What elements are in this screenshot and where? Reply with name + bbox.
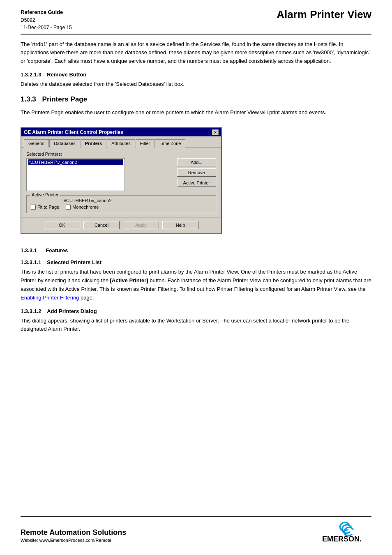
heading-1331-num: 1.3.3.1	[21, 247, 37, 253]
tab-filter[interactable]: Filter	[136, 139, 154, 147]
help-button[interactable]: Help	[162, 221, 198, 229]
section-13311-body: This is the list of printers that have b…	[21, 268, 371, 302]
tab-timezone[interactable]: Time Zone	[155, 139, 185, 147]
heading-1321-num: 1.3.2.1.3	[21, 71, 42, 78]
svg-text:EMERSON.: EMERSON.	[322, 535, 362, 543]
body-text-3: page.	[79, 295, 94, 301]
tab-attributes[interactable]: Attributes	[107, 139, 135, 147]
printer-list-item[interactable]: \\CUTHBERT\v_canon2	[28, 159, 123, 165]
page-header: Reference Guide D5092 11-Dec-2007 - Page…	[21, 8, 371, 35]
company-name: Remote Automation Solutions	[21, 528, 126, 537]
active-printer-group: Active Printer \\CUTHBERT\v_canon2 Fit t…	[26, 195, 216, 213]
dialog-footer: OK Cancel Apply Help	[21, 217, 221, 233]
tab-printers[interactable]: Printers	[81, 139, 107, 147]
heading-133-num: 1.3.3	[21, 95, 36, 103]
remove-printer-button[interactable]: Remove	[177, 168, 216, 177]
ok-button[interactable]: OK	[44, 221, 80, 229]
dialog-wrapper: OE Alarm Printer Client Control Properti…	[21, 127, 222, 234]
section-133-intro: The Printers Page enables the user to co…	[21, 108, 371, 117]
section-13312-body: This dialog appears, showing a list of p…	[21, 317, 371, 334]
ref-guide-title: Reference Guide	[21, 8, 72, 16]
selected-printers-label: Selected Printers:	[26, 152, 216, 157]
heading-13312: 1.3.3.1.2 Add Printers Dialog	[21, 308, 371, 314]
heading-13311-num: 1.3.3.1.1	[21, 259, 42, 265]
printer-options-row: Fit to Page Monochrome	[31, 205, 212, 210]
website-url: www.EmersonProcess.com/Remote	[39, 538, 111, 543]
emerson-logo: EMERSON.	[322, 520, 371, 543]
heading-133: 1.3.3 Printers Page	[21, 95, 371, 105]
monochrome-option[interactable]: Monochrome	[66, 205, 99, 210]
dialog-content: Selected Printers: \\CUTHBERT\v_canon2 A…	[21, 147, 221, 217]
heading-13311-title: Selected Printers List	[47, 259, 101, 265]
section-1321-body: Deletes the database selected from the '…	[21, 80, 371, 89]
page-footer: Remote Automation Solutions Website: www…	[21, 516, 371, 543]
monochrome-label: Monochrome	[72, 205, 99, 210]
dialog-titlebar: OE Alarm Printer Client Control Properti…	[21, 128, 221, 136]
heading-1321: 1.3.2.1.3 Remove Button	[21, 71, 371, 78]
footer-website: Website: www.EmersonProcess.com/Remote	[21, 538, 126, 543]
heading-13312-title: Add Printers Dialog	[47, 308, 97, 314]
active-printer-value: \\CUTHBERT\v_canon2	[64, 198, 212, 203]
footer-left-area: Remote Automation Solutions Website: www…	[21, 528, 126, 543]
tab-databases[interactable]: Databases	[49, 139, 80, 147]
fit-to-page-label: Fit to Page	[37, 205, 59, 210]
active-printer-legend: Active Printer	[30, 192, 60, 197]
printer-list-area: \\CUTHBERT\v_canon2 Add... Remove Active…	[26, 158, 216, 191]
doc-number: D5092	[21, 16, 72, 24]
dialog-tabs: General Databases Printers Attributes Fi…	[21, 136, 221, 147]
header-left: Reference Guide D5092 11-Dec-2007 - Page…	[21, 8, 72, 31]
heading-1321-title: Remove Button	[47, 71, 86, 78]
cancel-button[interactable]: Cancel	[83, 221, 120, 229]
add-printer-button[interactable]: Add...	[177, 158, 216, 166]
dialog-title: OE Alarm Printer Client Control Properti…	[24, 129, 123, 135]
emerson-logo-svg: EMERSON.	[322, 520, 371, 543]
printer-dialog: OE Alarm Printer Client Control Properti…	[21, 127, 222, 234]
body-bold: [Active Printer]	[110, 277, 148, 283]
heading-13312-num: 1.3.3.1.2	[21, 308, 42, 314]
heading-133-title: Printers Page	[42, 95, 88, 103]
heading-1331-title: Features	[46, 247, 68, 253]
intro-paragraph: The 'rtrdb1' part of the database name i…	[21, 40, 371, 66]
monochrome-checkbox[interactable]	[66, 205, 71, 210]
printer-action-buttons: Add... Remove Active Printer	[177, 158, 216, 187]
page-title: Alarm Printer View	[277, 8, 371, 21]
fit-to-page-checkbox[interactable]	[31, 205, 36, 210]
active-printer-button[interactable]: Active Printer	[177, 179, 216, 187]
date-page: 11-Dec-2007 - Page 15	[21, 24, 72, 31]
enabling-printer-filtering-link[interactable]: Enabling Printer Filtering	[21, 295, 79, 301]
heading-1331: 1.3.3.1 Features	[21, 247, 371, 253]
tab-general[interactable]: General	[24, 139, 49, 147]
apply-button[interactable]: Apply	[123, 221, 159, 229]
dialog-close-button[interactable]: ×	[212, 129, 219, 135]
selected-printers-listbox[interactable]: \\CUTHBERT\v_canon2	[26, 158, 125, 191]
heading-13311: 1.3.3.1.1 Selected Printers List	[21, 259, 371, 265]
fit-to-page-option[interactable]: Fit to Page	[31, 205, 59, 210]
website-label: Website:	[21, 538, 38, 543]
